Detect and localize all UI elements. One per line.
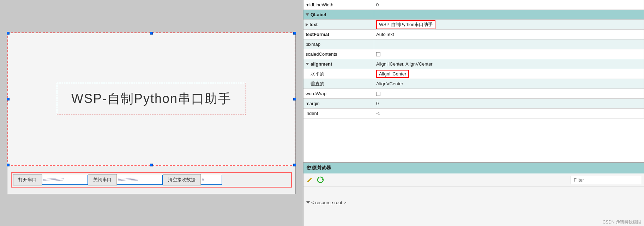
handle-bl — [7, 164, 10, 166]
close-port-button[interactable]: 关闭串口 — [88, 174, 117, 185]
qlabel-text: WSP-自制Python串口助手 — [71, 91, 231, 106]
prop-row-horizontal: 水平的 AlignHCenter — [303, 69, 644, 79]
label-inner: WSP-自制Python串口助手 — [57, 83, 246, 115]
clear-data-button[interactable]: 清空接收数据 — [163, 174, 201, 185]
handle-ml — [7, 98, 10, 100]
bottom-bar: 打开串口 /////////////////// 关闭串口 //////////… — [7, 166, 295, 194]
text-placeholder-1: /////////////////// — [42, 178, 64, 182]
prop-value-qlabel — [374, 10, 644, 19]
prop-row-textformat: textFormat AutoText — [303, 30, 644, 39]
prop-value-textformat: AutoText — [374, 30, 644, 39]
prop-name-horizontal: 水平的 — [303, 69, 374, 79]
handle-bm — [150, 164, 153, 166]
prop-row-wordwrap: wordWrap — [303, 89, 644, 99]
resource-filter-input[interactable] — [571, 176, 641, 184]
text-placeholder-2: /////////////////// — [117, 178, 138, 182]
resource-toolbar — [303, 173, 644, 187]
label-area: WSP-自制Python串口助手 — [7, 32, 295, 166]
prop-row-midlinewidth: midLineWidth 0 — [303, 0, 644, 10]
prop-value-indent: -1 — [374, 109, 644, 118]
prop-value-scaledcontents — [374, 49, 644, 59]
prop-value-pixmap — [374, 39, 644, 49]
refresh-icon[interactable] — [316, 176, 325, 184]
prop-value-text: WSP-自制Python串口助手 — [374, 20, 644, 29]
right-panel: midLineWidth 0 QLabel text WSP-自制Python串… — [303, 0, 644, 226]
prop-name-midlinewidth: midLineWidth — [303, 0, 374, 10]
text-value-highlight: WSP-自制Python串口助手 — [376, 20, 435, 29]
prop-value-wordwrap — [374, 89, 644, 98]
prop-value-horizontal: AlignHCenter — [374, 69, 644, 79]
prop-value-midlinewidth: 0 — [374, 0, 644, 10]
prop-value-margin: 0 — [374, 99, 644, 108]
expand-qlabel-icon — [306, 13, 309, 16]
resource-browser-header: 资源浏览器 — [303, 163, 644, 173]
form-widget: WSP-自制Python串口助手 打开串口 //////////////////… — [7, 32, 296, 194]
handle-br — [293, 164, 296, 166]
prop-name-pixmap: pixmap — [303, 39, 374, 49]
expand-alignment-icon — [306, 63, 309, 65]
horizontal-value-highlight: AlignHCenter — [376, 70, 409, 78]
text-placeholder-3: // — [201, 178, 204, 182]
prop-row-vertical: 垂直的 AlignVCenter — [303, 79, 644, 89]
resource-content: < resource root > — [303, 187, 644, 219]
expand-text-icon — [306, 23, 308, 26]
prop-row-margin: margin 0 — [303, 99, 644, 109]
handle-tm — [150, 32, 153, 35]
resource-root-label: < resource root > — [311, 200, 346, 205]
prop-row-qlabel: QLabel — [303, 10, 644, 20]
prop-row-pixmap: pixmap — [303, 39, 644, 49]
prop-name-wordwrap: wordWrap — [303, 89, 374, 98]
watermark-text: CSDN @请叫我赚眼 — [602, 220, 641, 225]
prop-name-alignment: alignment — [303, 59, 374, 69]
prop-name-margin: margin — [303, 99, 374, 108]
pencil-icon[interactable] — [306, 176, 313, 183]
resource-browser: 资源浏览器 — [303, 162, 644, 219]
designer-canvas: WSP-自制Python串口助手 打开串口 //////////////////… — [0, 0, 303, 226]
text-input-1[interactable]: /////////////////// — [42, 175, 88, 185]
properties-table: midLineWidth 0 QLabel text WSP-自制Python串… — [303, 0, 644, 162]
text-input-2[interactable]: /////////////////// — [117, 175, 163, 185]
prop-value-vertical: AlignVCenter — [374, 79, 644, 88]
left-panel: WSP-自制Python串口助手 打开串口 //////////////////… — [0, 0, 303, 226]
prop-name-text: text — [303, 20, 374, 29]
prop-name-textformat: textFormat — [303, 30, 374, 39]
handle-mr — [293, 98, 296, 100]
resource-root-expand-icon — [306, 201, 310, 204]
prop-value-alignment: AlignHCenter, AlignVCenter — [374, 59, 644, 69]
prop-row-alignment: alignment AlignHCenter, AlignVCenter — [303, 59, 644, 69]
scaledcontents-checkbox[interactable] — [376, 52, 380, 56]
open-port-button[interactable]: 打开串口 — [13, 174, 42, 185]
prop-name-scaledcontents: scaledContents — [303, 49, 374, 59]
resource-browser-title: 资源浏览器 — [306, 165, 331, 171]
prop-name-qlabel: QLabel — [303, 10, 374, 19]
prop-row-scaledcontents: scaledContents — [303, 49, 644, 59]
text-input-3[interactable]: // — [201, 175, 222, 185]
handle-tl — [7, 32, 10, 35]
handle-tr — [293, 32, 296, 35]
prop-row-indent: indent -1 — [303, 109, 644, 118]
prop-row-text: text WSP-自制Python串口助手 — [303, 20, 644, 30]
prop-name-vertical: 垂直的 — [303, 79, 374, 88]
prop-name-indent: indent — [303, 109, 374, 118]
wordwrap-checkbox[interactable] — [376, 92, 380, 96]
